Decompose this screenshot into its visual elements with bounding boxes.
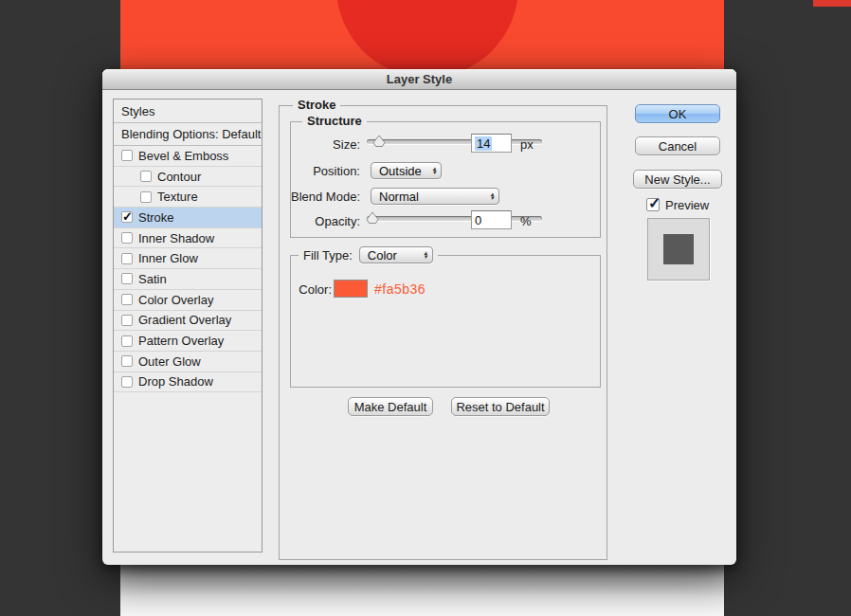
reset-to-default-label: Reset to Default: [456, 400, 544, 414]
unchecked-checkbox-icon[interactable]: [121, 273, 133, 284]
stepper-arrows-icon: ▴▾: [424, 251, 427, 260]
canvas-circle-shape: [336, 0, 518, 78]
opacity-value: 0: [475, 213, 481, 227]
sidebar-item-label: Inner Glow: [138, 251, 198, 265]
slider-thumb-icon[interactable]: [371, 135, 387, 148]
cancel-label: Cancel: [659, 139, 697, 154]
dialog-title: Layer Style: [387, 72, 452, 86]
position-value: Outside: [379, 164, 422, 178]
sidebar-item-label: Inner Shadow: [138, 231, 214, 245]
sidebar-item-label: Stroke: [138, 210, 174, 225]
size-value: 14: [475, 136, 492, 151]
structure-group-title: Structure: [302, 114, 367, 128]
sidebar-item-label: Pattern Overlay: [138, 334, 224, 348]
make-default-label: Make Default: [354, 400, 427, 414]
blend-mode-value: Normal: [379, 190, 419, 204]
sidebar-item-outer-glow[interactable]: Outer Glow: [114, 352, 262, 372]
sidebar-item-pattern-overlay[interactable]: Pattern Overlay: [114, 331, 262, 352]
position-label: Position:: [285, 164, 360, 178]
new-style-label: New Style...: [644, 172, 710, 187]
sidebar-item-label: Bevel & Emboss: [138, 149, 228, 163]
position-dropdown[interactable]: Outside ▴▾: [371, 162, 442, 179]
sidebar-item-label: Drop Shadow: [138, 374, 213, 389]
sidebar-item-color-overlay[interactable]: Color Overlay: [114, 290, 262, 311]
stroke-color-hex: #fa5b36: [374, 281, 426, 297]
sidebar-item-inner-shadow[interactable]: Inner Shadow: [114, 228, 262, 249]
fill-type-value: Color: [368, 248, 397, 263]
preview-checkbox[interactable]: [646, 198, 660, 211]
dialog-titlebar[interactable]: Layer Style: [102, 69, 736, 90]
background-red-sliver: [813, 0, 851, 7]
size-slider[interactable]: [367, 136, 542, 148]
sidebar-item-label: Outer Glow: [138, 354, 201, 369]
reset-to-default-button[interactable]: Reset to Default: [451, 397, 550, 416]
sidebar-item-label: Color Overlay: [138, 293, 213, 307]
sidebar-item-label: Contour: [157, 170, 201, 184]
opacity-slider[interactable]: [367, 212, 542, 225]
sidebar-item-blending-options-default[interactable]: Blending Options: Default: [114, 123, 262, 146]
color-label: Color:: [257, 282, 332, 297]
opacity-slider-track[interactable]: [367, 216, 542, 221]
stroke-color-swatch[interactable]: [334, 280, 368, 298]
sidebar-item-label: Gradient Overlay: [138, 313, 231, 327]
styles-list: StylesBlending Options: DefaultBevel & E…: [113, 99, 263, 553]
layer-style-dialog: Layer Style StylesBlending Options: Defa…: [102, 69, 736, 565]
ok-label: OK: [669, 107, 687, 121]
opacity-label: Opacity:: [285, 214, 360, 228]
unchecked-checkbox-icon[interactable]: [121, 335, 133, 347]
opacity-unit: %: [520, 214, 532, 228]
stepper-arrows-icon: ▴▾: [432, 167, 436, 175]
sidebar-item-stroke[interactable]: Stroke: [114, 208, 262, 228]
unchecked-checkbox-icon[interactable]: [140, 191, 152, 203]
checked-checkbox-icon[interactable]: [121, 211, 133, 223]
sidebar-item-gradient-overlay[interactable]: Gradient Overlay: [114, 311, 262, 332]
opacity-input[interactable]: 0: [471, 210, 512, 229]
stepper-arrows-icon: ▴▾: [490, 192, 494, 201]
unchecked-checkbox-icon[interactable]: [121, 232, 133, 244]
fill-type-legend: Fill Type: Color ▴▾: [299, 246, 438, 263]
unchecked-checkbox-icon[interactable]: [121, 315, 133, 326]
fill-type-group: Fill Type: Color ▴▾ Color: #fa5b36: [290, 255, 601, 388]
sidebar-item-styles[interactable]: Styles: [114, 100, 262, 123]
size-slider-track[interactable]: [367, 139, 542, 144]
fill-type-label: Fill Type:: [303, 248, 353, 263]
make-default-button[interactable]: Make Default: [348, 397, 433, 416]
sidebar-item-contour[interactable]: Contour: [114, 167, 262, 188]
style-preview-square: [663, 234, 694, 264]
structure-group: Structure Size: 14 px Position: Outside …: [290, 121, 601, 238]
sidebar-item-label: Blending Options: Default: [121, 127, 261, 141]
sidebar-item-satin[interactable]: Satin: [114, 269, 262, 290]
slider-thumb-icon[interactable]: [365, 211, 380, 225]
sidebar-item-label: Styles: [121, 104, 154, 118]
preview-checkbox-label: Preview: [665, 198, 709, 212]
unchecked-checkbox-icon[interactable]: [121, 253, 133, 264]
style-preview-thumbnail: [647, 218, 710, 281]
ok-button[interactable]: OK: [635, 104, 720, 123]
unchecked-checkbox-icon[interactable]: [121, 294, 133, 305]
unchecked-checkbox-icon[interactable]: [140, 171, 152, 182]
size-label: Size:: [285, 137, 360, 152]
sidebar-item-texture[interactable]: Texture: [114, 187, 262, 208]
blend-mode-dropdown[interactable]: Normal ▴▾: [371, 188, 499, 205]
unchecked-checkbox-icon[interactable]: [121, 355, 133, 367]
unchecked-checkbox-icon[interactable]: [121, 150, 133, 161]
sidebar-item-drop-shadow[interactable]: Drop Shadow: [114, 372, 262, 393]
blend-mode-label: Blend Mode:: [285, 190, 360, 204]
new-style-button[interactable]: New Style...: [633, 170, 722, 189]
cancel-button[interactable]: Cancel: [635, 136, 720, 155]
stroke-panel: Stroke Structure Size: 14 px Position: O…: [279, 105, 607, 560]
fill-type-dropdown[interactable]: Color ▴▾: [359, 246, 433, 263]
size-input[interactable]: 14: [471, 134, 512, 153]
sidebar-item-label: Satin: [138, 272, 167, 286]
sidebar-item-label: Texture: [157, 190, 198, 204]
sidebar-item-bevel-emboss[interactable]: Bevel & Emboss: [114, 146, 262, 167]
sidebar-item-inner-glow[interactable]: Inner Glow: [114, 248, 262, 269]
size-unit: px: [520, 137, 534, 152]
unchecked-checkbox-icon[interactable]: [121, 376, 133, 388]
stroke-panel-title: Stroke: [293, 98, 340, 112]
